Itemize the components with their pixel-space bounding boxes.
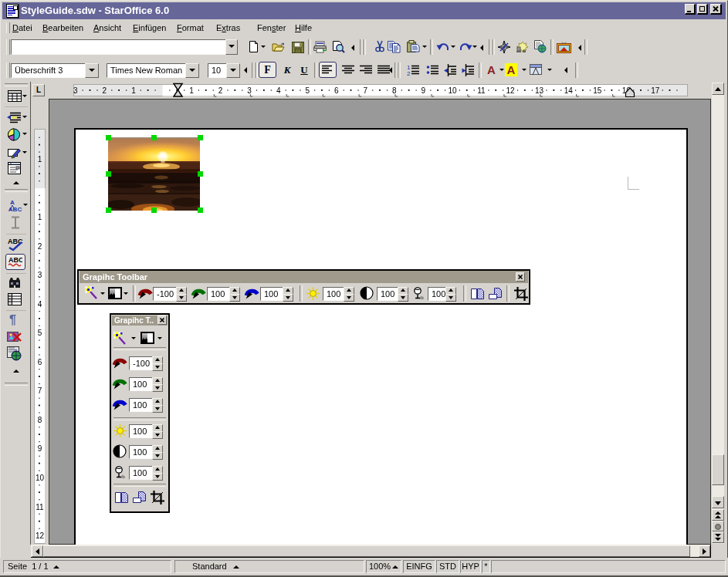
svg-text:15: 15 (593, 86, 602, 95)
svg-text:8: 8 (392, 86, 397, 95)
svg-text:14: 14 (564, 86, 574, 95)
svg-text:3: 3 (247, 86, 252, 95)
svg-text:9: 9 (422, 86, 426, 95)
svg-text:2: 2 (218, 86, 223, 95)
svg-text:12: 12 (36, 531, 45, 540)
svg-text:12: 12 (506, 86, 516, 95)
svg-text:6: 6 (334, 86, 339, 95)
svg-text:5: 5 (38, 329, 42, 337)
svg-text:A: A (10, 199, 15, 206)
svg-text:8: 8 (38, 416, 42, 424)
svg-text:11: 11 (477, 86, 486, 95)
svg-text:4: 4 (38, 300, 42, 309)
svg-text:2: 2 (38, 242, 42, 251)
svg-text:17: 17 (651, 86, 660, 95)
svg-text:10: 10 (36, 474, 45, 482)
svg-text:9: 9 (38, 444, 42, 453)
svg-text:1: 1 (38, 155, 42, 164)
svg-text:3: 3 (73, 86, 78, 95)
svg-text:13: 13 (535, 86, 544, 95)
svg-text:1: 1 (38, 213, 42, 221)
svg-text:2: 2 (407, 70, 411, 76)
svg-text:11: 11 (36, 503, 44, 511)
svg-text:5: 5 (305, 86, 310, 95)
svg-text:1: 1 (131, 86, 136, 95)
svg-text:1: 1 (189, 86, 194, 95)
svg-text:4: 4 (276, 86, 281, 95)
svg-text:2: 2 (103, 86, 107, 95)
svg-text:6: 6 (38, 358, 42, 366)
svg-text:ABC: ABC (8, 206, 22, 213)
svg-text:7: 7 (364, 86, 368, 95)
svg-text:3: 3 (38, 271, 42, 279)
svg-text:ABC: ABC (8, 256, 22, 264)
svg-text:10: 10 (448, 86, 457, 95)
svg-text:7: 7 (38, 386, 42, 395)
